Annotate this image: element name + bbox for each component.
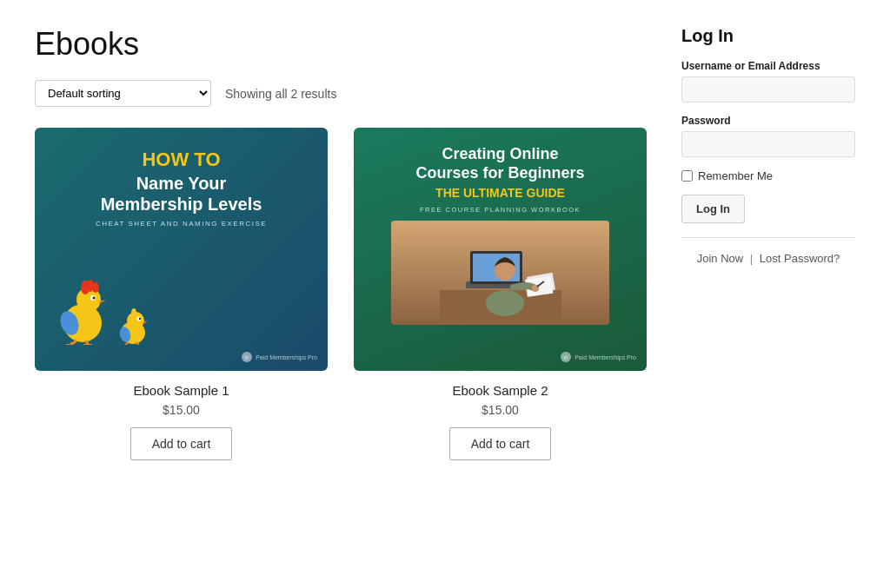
add-to-cart-button-1[interactable]: Add to cart: [130, 427, 233, 460]
sidebar: Log In Username or Email Address Passwor…: [681, 26, 855, 460]
products-grid: HOW TO Name Your Membership Levels Cheat…: [35, 128, 647, 460]
svg-point-30: [486, 290, 524, 316]
ebook1-subtitle: Cheat Sheet and Naming Exercise: [96, 220, 267, 228]
username-group: Username or Email Address: [681, 60, 855, 102]
results-count: Showing all 2 results: [225, 87, 336, 101]
ebook1-title: Name Your Membership Levels: [101, 173, 262, 215]
product-price-1: $15.00: [163, 403, 200, 417]
username-label: Username or Email Address: [681, 60, 855, 72]
ebook2-cover: Creating Online Courses for Beginners TH…: [354, 128, 647, 371]
remember-me-group: Remember Me: [681, 169, 855, 182]
password-input[interactable]: [681, 131, 855, 157]
ebook2-photo-inner: [391, 221, 608, 325]
pmp-logo-icon-2: P: [561, 352, 571, 362]
password-group: Password: [681, 115, 855, 157]
ebook2-photo: [391, 221, 608, 325]
lost-password-link[interactable]: Lost Password?: [760, 252, 840, 265]
svg-point-6: [93, 297, 96, 300]
sort-select[interactable]: Default sortingSort by popularitySort by…: [35, 80, 211, 107]
svg-line-20: [125, 342, 129, 345]
big-chicken-icon: [52, 267, 113, 345]
svg-point-4: [92, 282, 99, 293]
remember-me-checkbox[interactable]: [681, 170, 693, 182]
svg-point-17: [139, 318, 141, 320]
ebook1-footer-logo: P Paid Memberships Pro: [242, 352, 317, 362]
page-title: Ebooks: [35, 26, 647, 63]
main-content: Ebooks Default sortingSort by popularity…: [35, 26, 647, 460]
sidebar-divider: [681, 237, 855, 238]
ebook2-subtitle: Free Course Planning Workbook: [420, 206, 581, 214]
svg-point-18: [131, 308, 136, 317]
svg-text:P: P: [245, 355, 249, 360]
product-name-1: Ebook Sample 1: [133, 383, 229, 398]
add-to-cart-button-2[interactable]: Add to cart: [449, 427, 552, 460]
sidebar-links: Join Now | Lost Password?: [681, 252, 855, 265]
ebook2-footer-logo: P Paid Memberships Pro: [561, 352, 636, 362]
link-separator: |: [750, 252, 753, 265]
product-card-2: Creating Online Courses for Beginners TH…: [354, 128, 647, 460]
username-input[interactable]: [681, 76, 855, 102]
ebook1-how-to: HOW TO: [142, 149, 220, 171]
product-image-1: HOW TO Name Your Membership Levels Cheat…: [35, 128, 328, 371]
small-chick-icon: [116, 301, 149, 345]
ebook2-title-main: Creating Online Courses for Beginners: [415, 145, 584, 182]
pmp-logo-icon: P: [242, 352, 252, 362]
join-now-link[interactable]: Join Now: [697, 252, 743, 265]
svg-text:P: P: [564, 355, 568, 360]
product-card: HOW TO Name Your Membership Levels Cheat…: [35, 128, 328, 460]
person-laptop-icon: [440, 225, 561, 320]
sidebar-title: Log In: [681, 26, 855, 46]
login-button[interactable]: Log In: [681, 195, 745, 223]
product-image-2: Creating Online Courses for Beginners TH…: [354, 128, 647, 371]
password-label: Password: [681, 115, 855, 127]
page-wrapper: Ebooks Default sortingSort by popularity…: [0, 0, 890, 486]
ebook2-title-sub: THE ULTIMATE GUIDE: [435, 186, 565, 201]
ebook1-cover: HOW TO Name Your Membership Levels Cheat…: [35, 128, 328, 371]
ebook1-birds: [52, 267, 149, 345]
toolbar: Default sortingSort by popularitySort by…: [35, 80, 647, 107]
remember-me-label: Remember Me: [698, 169, 773, 182]
product-price-2: $15.00: [482, 403, 519, 417]
product-name-2: Ebook Sample 2: [452, 383, 548, 398]
